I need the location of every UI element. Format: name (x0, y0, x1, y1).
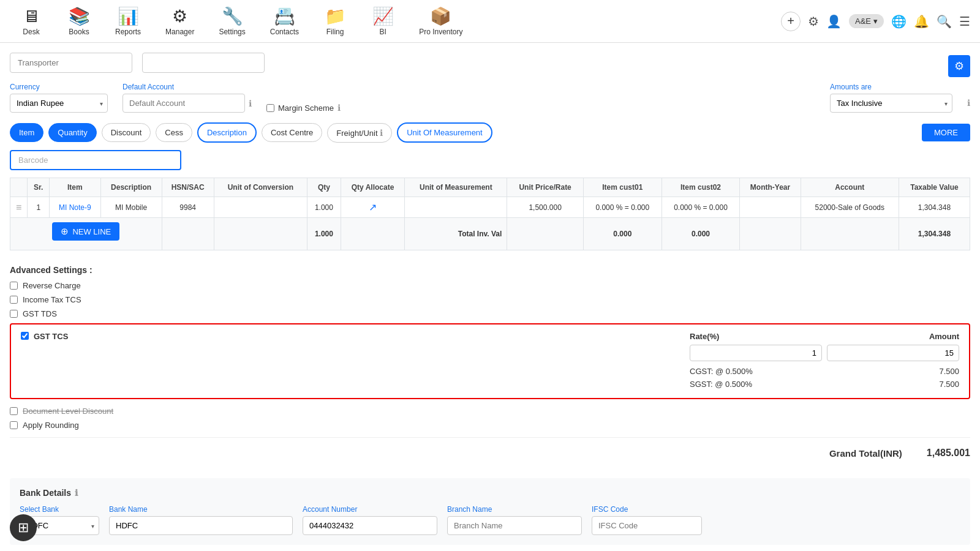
amount-input[interactable] (827, 345, 959, 361)
col-unit-price: Unit Price/Rate (507, 178, 584, 197)
freight-unit-info-icon: ℹ (380, 128, 383, 138)
user-badge[interactable]: A&E ▾ (849, 14, 884, 28)
total-unit-conversion (214, 218, 307, 250)
total-qty-allocate (341, 218, 405, 250)
tab-freight-unit[interactable]: Freight/Unit ℹ (327, 123, 392, 143)
col-qty-allocate: Qty Allocate (341, 178, 405, 197)
margin-scheme-checkbox[interactable] (266, 104, 274, 112)
currency-row: Currency Indian Rupee USD EUR ▾ Default … (10, 83, 970, 113)
ifsc-input[interactable] (592, 516, 702, 535)
total-month-year (740, 218, 801, 250)
tab-item[interactable]: Item (10, 123, 43, 142)
nav-filing[interactable]: 📁 Filing (314, 1, 356, 41)
books-icon: 📚 (69, 6, 90, 26)
col-taxable-value: Taxable Value (899, 178, 970, 197)
barcode-input[interactable] (10, 150, 181, 170)
grand-total-label: Grand Total(INR) (829, 448, 902, 459)
nav-pro-inventory[interactable]: 📦 Pro Inventory (409, 1, 472, 41)
reverse-charge-checkbox[interactable] (10, 282, 18, 290)
more-button[interactable]: MORE (922, 124, 970, 141)
col-uom: Unit of Measurement (405, 178, 507, 197)
default-account-label: Default Account (123, 83, 252, 91)
income-tax-tcs-checkbox[interactable] (10, 296, 18, 304)
gst-tds-checkbox[interactable] (10, 310, 18, 318)
items-table: Sr. Item Description HSN/SAC Unit of Con… (10, 178, 970, 250)
row-description[interactable]: MI Mobile (100, 197, 162, 218)
bell-icon[interactable]: 🔔 (914, 14, 929, 29)
world-icon[interactable]: 🌐 (891, 14, 907, 29)
tab-cost-centre[interactable]: Cost Centre (262, 123, 322, 142)
transporter-input[interactable] (10, 53, 132, 73)
transporter-input2[interactable] (142, 53, 265, 73)
margin-scheme-label: Margin Scheme (278, 103, 334, 113)
reports-icon: 📊 (118, 6, 139, 26)
rate-amount-input-row (690, 345, 959, 361)
tab-description[interactable]: Description (197, 122, 257, 143)
margin-scheme-info-icon: ℹ (337, 103, 341, 113)
nav-books[interactable]: 📚 Books (58, 1, 100, 41)
gst-tcs-box: GST TCS Rate(%) Amount CGST: @ 0.500% 7.… (10, 323, 970, 399)
total-qty: 1.000 (307, 218, 341, 250)
tab-uom[interactable]: Unit Of Measurement (397, 122, 492, 143)
branch-name-label: Branch Name (447, 505, 582, 514)
row-drag-handle[interactable]: ≡ (10, 197, 28, 218)
currency-select[interactable]: Indian Rupee USD EUR (10, 94, 108, 113)
settings-icon: 🔧 (222, 6, 243, 26)
col-item-cust02: Item cust02 (662, 178, 740, 197)
tab-row: Item Quantity Discount Cess Description … (10, 122, 970, 143)
main-content: Currency Indian Rupee USD EUR ▾ Default … (0, 43, 980, 551)
doc-discount-row: Document Level Discount (10, 407, 970, 416)
rate-input[interactable] (690, 345, 822, 361)
tab-quantity[interactable]: Quantity (48, 123, 96, 142)
nav-reports[interactable]: 📊 Reports (105, 1, 151, 41)
row-item[interactable]: MI Note-9 (50, 197, 100, 218)
gear-float-button[interactable]: ⚙ (948, 55, 970, 77)
nav-bi-label: BI (379, 28, 386, 36)
account-number-group: Account Number (303, 505, 437, 535)
new-line-button[interactable]: ⊕ NEW LINE (52, 222, 119, 241)
branch-name-input[interactable] (447, 516, 582, 535)
nav-contacts[interactable]: 📇 Contacts (260, 1, 309, 41)
cgst-label: CGST: @ 0.500% (690, 367, 753, 376)
row-qty-allocate[interactable]: ↗ (341, 197, 405, 218)
items-table-container: Sr. Item Description HSN/SAC Unit of Con… (10, 178, 970, 255)
default-account-info-icon: ℹ (249, 99, 252, 108)
contacts-icon: 📇 (274, 6, 295, 26)
default-account-input[interactable] (123, 94, 245, 113)
total-unit-price (507, 218, 584, 250)
col-description: Description (100, 178, 162, 197)
desk-icon: 🖥 (23, 6, 40, 26)
top-nav: 🖥 Desk 📚 Books 📊 Reports ⚙ Manager 🔧 Set… (0, 0, 980, 43)
user-icon[interactable]: 👤 (826, 14, 842, 29)
bank-name-label: Bank Name (109, 505, 293, 514)
bottom-fab-button[interactable]: ⊞ (10, 514, 37, 541)
bank-name-input[interactable] (109, 516, 293, 535)
gst-tcs-checkbox[interactable] (21, 332, 29, 340)
bank-details-title: Bank Details ℹ (20, 488, 960, 498)
nav-bi[interactable]: 📈 BI (361, 1, 404, 41)
tab-cess[interactable]: Cess (156, 123, 192, 142)
row-item-cust01: 0.000 % = 0.000 (583, 197, 662, 218)
apply-rounding-checkbox[interactable] (10, 421, 18, 429)
bi-icon: 📈 (372, 6, 394, 26)
search-icon[interactable]: 🔍 (937, 14, 952, 29)
nav-desk[interactable]: 🖥 Desk (10, 1, 53, 41)
income-tax-tcs-label: Income Tax TCS (23, 295, 81, 304)
row-month-year (740, 197, 801, 218)
col-account: Account (801, 178, 899, 197)
menu-icon[interactable]: ☰ (959, 14, 970, 29)
external-link-icon[interactable]: ↗ (369, 202, 377, 212)
tab-discount[interactable]: Discount (102, 123, 151, 142)
account-number-input[interactable] (303, 516, 437, 535)
sgst-amount: 7.500 (939, 380, 959, 389)
doc-discount-checkbox[interactable] (10, 407, 18, 415)
nav-settings[interactable]: 🔧 Settings (209, 1, 255, 41)
nav-settings-label: Settings (219, 28, 245, 36)
row-unit-conversion (214, 197, 307, 218)
nav-manager[interactable]: ⚙ Manager (156, 1, 204, 41)
add-button[interactable]: + (781, 12, 801, 31)
rate-amount-header: Rate(%) Amount (690, 332, 959, 341)
amounts-are-select[interactable]: Tax Inclusive Tax Exclusive (830, 94, 952, 113)
gear-icon[interactable]: ⚙ (808, 14, 819, 29)
row-taxable-value: 1,304.348 (899, 197, 970, 218)
